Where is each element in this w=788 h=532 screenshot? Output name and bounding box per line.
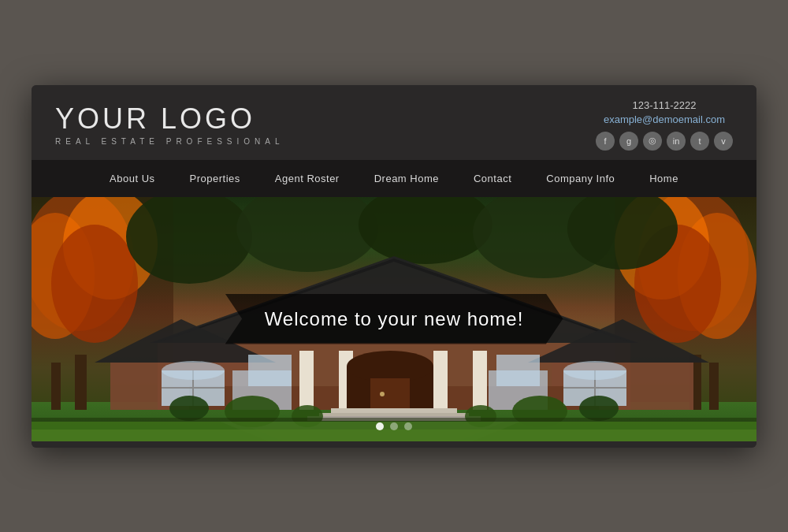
svg-rect-24 — [552, 363, 693, 410]
svg-marker-46 — [236, 422, 504, 441]
svg-rect-5 — [75, 355, 87, 410]
svg-rect-35 — [162, 370, 225, 406]
welcome-text: Welcome to your new home! — [265, 308, 524, 329]
svg-rect-30 — [473, 351, 487, 410]
contact-area: 123-111-2222 example@demoemail.com f g ◎… — [596, 99, 733, 151]
facebook-icon[interactable]: f — [596, 132, 615, 151]
twitter-icon[interactable]: t — [690, 132, 709, 151]
svg-point-49 — [512, 396, 567, 427]
vimeo-icon[interactable]: v — [714, 132, 733, 151]
svg-point-51 — [579, 396, 619, 421]
svg-point-36 — [162, 361, 225, 380]
hero-section: Welcome to your new home! — [32, 197, 756, 441]
svg-rect-42 — [489, 370, 548, 410]
svg-rect-43 — [331, 408, 457, 415]
logo-area: YOUR LOGO REAL ESTATE PROFESSIONAL — [55, 103, 284, 147]
social-icons-bar: f g ◎ in t v — [596, 132, 733, 151]
main-nav: About Us Properties Agent Roster Dream H… — [32, 160, 756, 197]
svg-rect-29 — [433, 351, 448, 410]
nav-home[interactable]: Home — [632, 160, 696, 197]
site-header: YOUR LOGO REAL ESTATE PROFESSIONAL 123-1… — [32, 85, 756, 160]
svg-point-32 — [347, 351, 433, 382]
svg-rect-27 — [299, 351, 314, 410]
hero-background: Welcome to your new home! — [32, 197, 756, 441]
svg-rect-28 — [339, 351, 353, 410]
svg-point-53 — [465, 405, 496, 427]
carousel-dots — [376, 422, 412, 430]
svg-rect-45 — [307, 416, 481, 421]
tagline: REAL ESTATE PROFESSIONAL — [55, 137, 284, 146]
svg-rect-26 — [189, 386, 599, 410]
nav-company-info[interactable]: Company Info — [529, 160, 632, 197]
nav-agent-roster[interactable]: Agent Roster — [258, 160, 357, 197]
email-address: example@demoemail.com — [604, 113, 725, 125]
svg-point-34 — [380, 392, 385, 396]
svg-point-38 — [563, 361, 626, 380]
svg-rect-56 — [32, 418, 756, 422]
nav-contact[interactable]: Contact — [456, 160, 529, 197]
phone-number: 123-111-2222 — [633, 99, 697, 111]
svg-rect-12 — [690, 355, 701, 410]
svg-point-50 — [169, 396, 209, 421]
carousel-dot-2[interactable] — [390, 422, 398, 430]
svg-point-48 — [225, 396, 280, 427]
svg-rect-41 — [232, 370, 292, 410]
logo-text: YOUR LOGO — [55, 103, 284, 135]
nav-dream-home[interactable]: Dream Home — [357, 160, 456, 197]
svg-rect-22 — [110, 363, 252, 410]
svg-rect-6 — [51, 363, 61, 410]
welcome-banner: Welcome to your new home! — [225, 294, 563, 344]
svg-rect-31 — [347, 366, 433, 410]
footer-strip — [32, 441, 756, 448]
browser-frame: YOUR LOGO REAL ESTATE PROFESSIONAL 123-1… — [32, 85, 756, 448]
svg-rect-40 — [496, 355, 540, 386]
svg-rect-19 — [158, 343, 630, 410]
svg-rect-39 — [248, 355, 292, 386]
svg-point-52 — [292, 405, 323, 427]
nav-properties[interactable]: Properties — [173, 160, 258, 197]
svg-rect-44 — [319, 413, 469, 418]
svg-rect-13 — [709, 363, 719, 410]
carousel-dot-1[interactable] — [376, 422, 384, 430]
svg-rect-33 — [370, 378, 410, 410]
nav-about-us[interactable]: About Us — [92, 160, 172, 197]
svg-rect-55 — [32, 430, 756, 441]
carousel-dot-3[interactable] — [404, 422, 412, 430]
googleplus-icon[interactable]: g — [619, 132, 638, 151]
svg-rect-37 — [563, 370, 626, 406]
instagram-icon[interactable]: ◎ — [643, 132, 662, 151]
linkedin-icon[interactable]: in — [667, 132, 686, 151]
svg-marker-47 — [221, 422, 520, 441]
